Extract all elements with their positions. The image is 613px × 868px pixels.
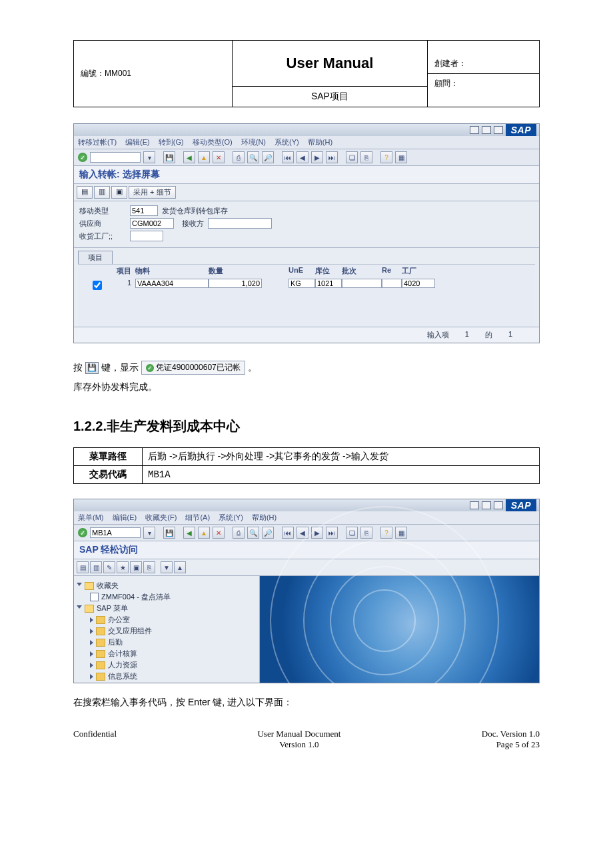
expand-icon[interactable] [90,617,93,623]
cell-unit[interactable] [289,279,315,288]
minimize-icon[interactable] [470,126,479,134]
adopt-detail-button[interactable]: 采用 + 细节 [129,186,176,199]
help-icon[interactable]: ? [380,151,392,163]
tool-icon[interactable]: ▤ [77,186,93,199]
vendor-input[interactable] [130,218,174,229]
save-icon[interactable]: 💾 [163,151,175,163]
tcode-label: 交易代碼 [74,466,143,484]
cell-re[interactable] [382,279,402,288]
receiver-input[interactable] [208,218,272,229]
tree-node[interactable]: 办公室 [77,614,257,625]
cell-sloc[interactable] [315,279,342,288]
menu-item[interactable]: 帮助(H) [252,513,277,521]
close-icon[interactable] [494,501,503,509]
find-next-icon[interactable]: 🔎 [262,151,274,163]
cancel-icon[interactable]: ✕ [213,151,225,163]
menu-item[interactable]: 编辑(E) [113,513,137,521]
tree-node[interactable]: 工具 [77,682,257,683]
print-icon[interactable]: ⎙ [233,527,245,539]
close-icon[interactable] [494,126,503,134]
next-page-icon[interactable]: ▶ [311,151,323,163]
menu-item[interactable]: 细节(A) [185,513,210,521]
cell-qty[interactable] [209,279,262,288]
menu-item[interactable]: 编辑(E) [125,138,150,146]
status-of: 的 [485,330,492,340]
menu-item[interactable]: 帮助(H) [308,138,332,146]
tree-node[interactable]: 交叉应用组件 [77,625,257,637]
tree-node-favorites[interactable]: 收藏夹 [77,580,257,591]
cell-plant[interactable] [402,279,435,288]
menu-item[interactable]: 移动类型(O) [193,138,233,146]
maximize-icon[interactable] [482,501,491,509]
movement-type-input[interactable] [130,205,158,216]
tab-items[interactable]: 项目 [78,251,113,264]
menu-item[interactable]: 菜单(M) [78,513,104,521]
tool-icon[interactable]: ✎ [103,561,115,573]
exit-icon[interactable]: ▲ [198,151,210,163]
enter-icon[interactable]: ✓ [78,528,87,537]
selection-form: 移动类型 发货仓库到转包库存 供应商 接收方 收货工厂;; [74,201,539,248]
status-message: 凭证4900000607已记帐 [156,362,241,373]
prev-page-icon[interactable]: ◀ [297,151,308,163]
expand-icon[interactable] [90,651,93,657]
menu-item[interactable]: 系统(Y) [219,513,243,521]
col-unit: UnE [289,266,315,276]
command-field[interactable] [90,152,141,163]
command-field[interactable] [90,527,141,538]
menu-item[interactable]: 转到(G) [159,138,184,146]
cancel-icon[interactable]: ✕ [213,527,225,539]
expand-icon[interactable] [90,629,93,634]
minimize-icon[interactable] [470,501,479,509]
cell-material[interactable] [135,279,209,288]
receiving-plant-input[interactable] [130,231,163,241]
maximize-icon[interactable] [482,126,491,134]
find-icon[interactable]: 🔍 [247,151,259,163]
navigation-tree[interactable]: 收藏夹 ZMMF004 - 盘点清单 SAP 菜单 办公室 交叉应用组件 后勤 … [74,576,260,683]
back-icon[interactable]: ◀ [183,151,195,163]
body-text: 库存外协发料完成。 [73,381,540,393]
enter-icon[interactable]: ✓ [78,153,87,162]
shortcut-icon[interactable]: ⎘ [360,151,372,163]
expand-icon[interactable] [90,674,93,679]
new-session-icon[interactable]: ❏ [346,151,358,163]
expand-icon[interactable] [77,605,82,611]
menu-item[interactable]: 系统(Y) [275,138,299,146]
collapse-icon[interactable]: ▼ [161,561,173,573]
receiver-label: 接收方 [182,219,204,229]
find-icon[interactable]: 🔍 [247,527,259,539]
expand-icon[interactable] [90,663,93,668]
tool-icon[interactable]: ▥ [94,186,110,199]
dropdown-icon[interactable]: ▾ [143,151,155,163]
dropdown-icon[interactable]: ▾ [143,527,155,539]
tree-label: 人力资源 [108,660,137,670]
tree-leaf[interactable]: ZMMF004 - 盘点清单 [77,591,257,603]
print-icon[interactable]: ⎙ [233,151,245,163]
exit-icon[interactable]: ▲ [198,527,210,539]
tool-icon[interactable]: ⎘ [143,561,155,573]
tool-icon[interactable]: ★ [117,561,129,573]
tree-node[interactable]: 人力资源 [77,659,257,671]
menu-item[interactable]: 收藏夹(F) [145,513,177,521]
tree-node[interactable]: 信息系统 [77,671,257,682]
tree-node[interactable]: 后勤 [77,637,257,648]
first-page-icon[interactable]: ⏮ [282,151,294,163]
first-page-icon[interactable]: ⏮ [282,527,294,539]
find-next-icon[interactable]: 🔎 [262,527,274,539]
expand-icon[interactable] [77,583,82,589]
tree-node-sap-menu[interactable]: SAP 菜单 [77,603,257,614]
expand-icon[interactable]: ▲ [174,561,186,573]
last-page-icon[interactable]: ⏭ [326,151,338,163]
tool-icon[interactable]: ▣ [111,186,127,199]
menu-item[interactable]: 转移过帐(T) [78,138,117,146]
tool-icon[interactable]: ▤ [77,561,89,573]
back-icon[interactable]: ◀ [183,527,195,539]
expand-icon[interactable] [90,640,93,645]
cell-batch[interactable] [342,279,382,288]
tool-icon[interactable]: ▥ [90,561,102,573]
sap-titlebar: SAP [74,499,539,511]
tool-icon[interactable]: ▣ [130,561,142,573]
tree-node[interactable]: 会计核算 [77,648,257,659]
save-icon[interactable]: 💾 [163,527,175,539]
layout-icon[interactable]: ▦ [395,151,407,163]
menu-item[interactable]: 环境(N) [241,138,266,146]
